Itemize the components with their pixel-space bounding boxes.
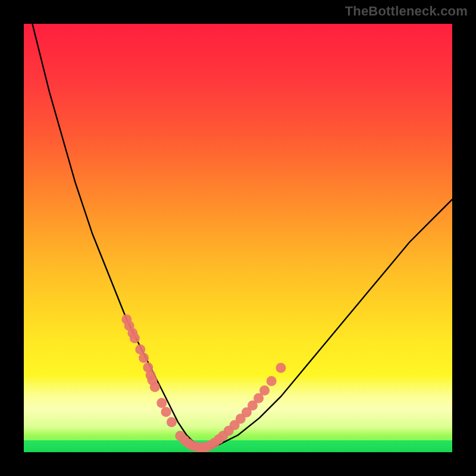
data-point: [276, 363, 286, 373]
data-points: [121, 314, 286, 452]
data-point: [267, 376, 277, 386]
data-point: [139, 353, 149, 363]
branding-watermark: TheBottleneck.com: [345, 4, 468, 19]
data-point: [150, 382, 160, 392]
data-point: [259, 386, 270, 396]
data-point: [156, 398, 167, 408]
bottleneck-curve: [32, 24, 452, 448]
chart-frame: TheBottleneck.com: [0, 0, 476, 476]
data-point: [130, 333, 140, 343]
data-point: [167, 417, 177, 427]
chart-svg: [24, 24, 452, 452]
plot-area: [24, 24, 452, 452]
data-point: [161, 407, 171, 417]
